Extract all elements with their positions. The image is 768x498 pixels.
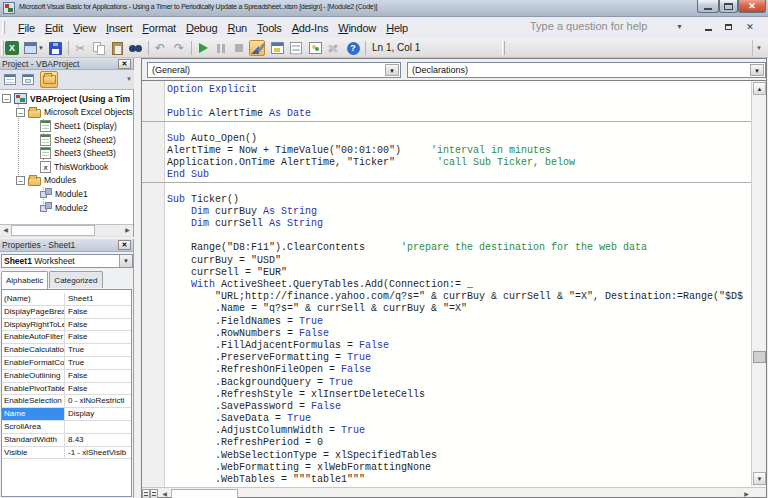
menu-tools[interactable]: Tools [252, 20, 287, 36]
tree-item-sheet2-sheet2[interactable]: Sheet2 (Sheet2) [0, 133, 133, 147]
properties-panel-close-button[interactable]: ✕ [118, 240, 131, 250]
tree-item-modules[interactable]: –Modules [0, 174, 133, 188]
view-object-button[interactable] [20, 71, 36, 87]
menu-window[interactable]: Window [333, 20, 381, 36]
question-box-arrow-icon[interactable]: ▼ [676, 23, 683, 30]
insert-userform-button[interactable] [22, 40, 38, 56]
property-row-enableformatcon[interactable]: EnableFormatConTrue [2, 357, 131, 370]
hscroll-right-arrow[interactable]: ▶ [741, 489, 752, 498]
full-module-view-button[interactable] [150, 489, 158, 498]
property-value[interactable]: 8.43 [65, 434, 131, 446]
view-code-button[interactable] [2, 71, 18, 87]
property-row-displayrighttolef[interactable]: DisplayRightToLefFalse [2, 319, 131, 332]
property-name[interactable]: EnableAutoFilter [2, 331, 65, 343]
object-dropdown[interactable]: (General) ▼ [147, 62, 401, 78]
toggle-folders-button[interactable] [40, 71, 58, 88]
code-editor[interactable]: Option ExplicitPublic AlertTime As DateS… [142, 80, 766, 488]
property-name[interactable]: EnableOutlining [2, 370, 65, 382]
project-hscroll-right-arrow[interactable]: ▶ [122, 225, 133, 236]
object-browser-button[interactable] [307, 40, 323, 56]
toolbar-grip-2[interactable] [502, 41, 505, 55]
tree-expander-icon[interactable]: – [2, 94, 11, 103]
project-hscroll-thumb[interactable] [11, 225, 95, 236]
menu-help[interactable]: Help [381, 20, 413, 36]
property-name[interactable]: StandardWidth [2, 434, 65, 446]
code-margin[interactable] [142, 81, 165, 488]
window-close-button[interactable]: ✕ [738, 0, 766, 13]
property-value[interactable]: 0 - xlNoRestricti [65, 395, 131, 407]
vscroll-down-arrow[interactable]: ▼ [753, 472, 766, 485]
project-toolbar-chevron-icon[interactable]: ▼ [126, 76, 132, 82]
property-name[interactable]: EnablePivotTable [2, 383, 65, 395]
tree-item-module2[interactable]: Module2 [0, 201, 133, 215]
tab-categorized[interactable]: Categorized [49, 271, 102, 288]
view-excel-button[interactable]: X [4, 40, 20, 56]
menu-insert[interactable]: Insert [101, 20, 137, 36]
properties-object-combo[interactable]: Sheet1 Worksheet ▼ [1, 254, 133, 268]
tree-item-module1[interactable]: Module1 [0, 187, 133, 201]
property-value[interactable]: True [65, 344, 131, 356]
tree-item-sheet3-sheet3[interactable]: Sheet3 (Sheet3) [0, 146, 133, 160]
project-hscrollbar[interactable]: ◀ ▶ [0, 224, 133, 236]
paste-button[interactable] [109, 40, 125, 56]
window-maximize-button[interactable] [719, 0, 738, 13]
menu-addins[interactable]: Add-Ins [287, 20, 334, 36]
procedure-dropdown-arrow-icon[interactable]: ▼ [750, 64, 764, 76]
toolbar-overflow-button[interactable]: ▼ [752, 40, 765, 56]
property-value[interactable]: Display [65, 408, 131, 420]
code-vscrollbar[interactable]: ▲ ▼ [751, 81, 766, 486]
cut-button[interactable]: ✂ [72, 40, 88, 56]
hscroll-thumb[interactable] [171, 489, 238, 498]
project-panel-close-button[interactable]: ✕ [118, 59, 131, 69]
find-button[interactable] [127, 40, 143, 56]
break-button[interactable] [213, 40, 229, 56]
project-hscroll-left-arrow[interactable]: ◀ [0, 225, 11, 236]
run-button[interactable] [195, 40, 211, 56]
design-mode-button[interactable] [249, 40, 265, 56]
property-row-scrollarea[interactable]: ScrollArea [2, 421, 131, 434]
property-name[interactable]: DisplayPageBreak [2, 306, 65, 318]
property-row-displaypagebreak[interactable]: DisplayPageBreakFalse [2, 306, 131, 319]
help-button[interactable]: ? [345, 40, 361, 56]
tree-item-vbaproject-using-a-tim[interactable]: –VBAProject (Using a Tim [0, 92, 133, 106]
tree-item-microsoft-excel-objects[interactable]: –Microsoft Excel Objects [0, 106, 133, 120]
tree-expander-icon[interactable]: – [16, 108, 25, 117]
property-row-standardwidth[interactable]: StandardWidth8.43 [2, 434, 131, 447]
property-name[interactable]: ScrollArea [2, 421, 65, 433]
property-value[interactable]: -1 - xlSheetVisib [65, 447, 131, 459]
property-value[interactable]: False [65, 331, 131, 343]
insert-dropdown-arrow-icon[interactable]: ▼ [38, 45, 44, 51]
property-value[interactable]: False [65, 383, 131, 395]
property-row-name[interactable]: (Name)Sheet1 [2, 293, 131, 306]
menu-edit[interactable]: Edit [40, 20, 68, 36]
child-restore-button[interactable] [722, 22, 734, 33]
object-dropdown-arrow-icon[interactable]: ▼ [385, 64, 399, 76]
question-box[interactable]: Type a question for help [530, 20, 680, 35]
reset-button[interactable] [231, 40, 247, 56]
property-value[interactable]: False [65, 306, 131, 318]
property-row-enablecalculation[interactable]: EnableCalculationTrue [2, 344, 131, 357]
menu-grip[interactable] [2, 21, 5, 34]
property-name[interactable]: EnableCalculation [2, 344, 65, 356]
vscroll-up-arrow[interactable]: ▲ [753, 82, 766, 95]
property-value[interactable]: True [65, 357, 131, 369]
property-value[interactable]: Sheet1 [65, 293, 131, 305]
property-name[interactable]: Name [2, 408, 65, 420]
properties-combo-arrow-icon[interactable]: ▼ [119, 255, 132, 267]
copy-button[interactable] [91, 40, 107, 56]
menu-run[interactable]: Run [222, 20, 252, 36]
property-value[interactable] [65, 421, 131, 433]
save-button[interactable] [47, 40, 63, 56]
vscroll-thumb[interactable] [753, 351, 766, 363]
property-row-enablepivottable[interactable]: EnablePivotTableFalse [2, 383, 131, 396]
tab-alphabetic[interactable]: Alphabetic [1, 271, 48, 289]
tree-item-thisworkbook[interactable]: xThisWorkbook [0, 160, 133, 174]
procedure-dropdown[interactable]: (Declarations) ▼ [407, 62, 766, 78]
procedure-view-button[interactable] [142, 489, 150, 498]
property-name[interactable]: DisplayRightToLef [2, 319, 65, 331]
toolbox-button[interactable] [325, 40, 341, 56]
menu-debug[interactable]: Debug [181, 20, 222, 36]
redo-button[interactable]: ↷ [171, 40, 187, 56]
child-close-button[interactable]: ✕ [744, 22, 756, 33]
child-minimize-button[interactable] [702, 22, 714, 33]
